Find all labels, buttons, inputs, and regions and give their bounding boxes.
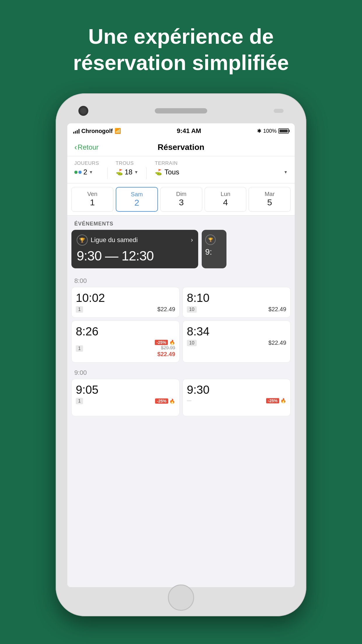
date-day: Mar xyxy=(265,191,275,197)
terrain-value: Tous xyxy=(164,168,179,176)
date-day: Ven xyxy=(87,191,97,197)
battery-icon xyxy=(278,128,289,134)
hero-section: Une expérience de réservation simplifiée xyxy=(0,0,362,93)
home-button[interactable] xyxy=(168,584,194,611)
filter-separator-1 xyxy=(107,167,108,179)
joueurs-filter[interactable]: JOUEURS 2 ▼ xyxy=(74,160,99,176)
slot-time: 9:05 xyxy=(76,384,175,396)
discounted-price: $22.49 xyxy=(157,351,175,358)
date-item-mar[interactable]: Mar 5 xyxy=(249,187,291,212)
filter-separator-2 xyxy=(146,167,147,179)
discount-badge: -25% xyxy=(266,398,279,403)
trous-label: TROUS xyxy=(116,160,138,166)
phone-screen: Chronogolf 📶 9:41 AM ✱ 100% ‹ Retour Rés… xyxy=(67,123,295,587)
battery-percent: 100% xyxy=(263,128,277,134)
slots-grid-900: 9:05 1 -25% 🔥 9:30 -25 xyxy=(67,379,295,422)
slot-time: 9:30 xyxy=(187,384,286,396)
nav-bar: ‹ Retour Réservation xyxy=(67,139,295,156)
slot-1002[interactable]: 10:02 1 $22.49 xyxy=(71,287,180,318)
status-time: 9:41 AM xyxy=(177,127,201,135)
event-time-partial: 9: xyxy=(205,247,223,257)
terrain-label: TERRAIN xyxy=(155,160,288,166)
fire-icon: 🔥 xyxy=(169,398,175,404)
speaker xyxy=(155,108,207,113)
date-day: Sam xyxy=(131,191,143,198)
discount-badge: -25% xyxy=(155,340,168,345)
wifi-icon: 📶 xyxy=(115,128,121,134)
slot-price: $22.49 xyxy=(157,306,175,313)
filter-bar: JOUEURS 2 ▼ TROUS xyxy=(67,156,295,183)
date-num: 3 xyxy=(179,197,184,207)
fire-icon: 🔥 xyxy=(169,340,175,345)
slot-price: $22.49 xyxy=(268,340,286,346)
original-price: $29.99 xyxy=(161,345,175,351)
sensor xyxy=(274,109,284,113)
date-picker: Ven 1 Sam 2 Dim 3 Lun 4 Mar 5 xyxy=(67,183,295,216)
carrier-name: Chronogolf xyxy=(81,128,113,134)
date-item-dim[interactable]: Dim 3 xyxy=(160,187,202,212)
date-num: 5 xyxy=(267,197,272,207)
slot-num: 1 xyxy=(76,345,83,352)
hero-title: Une expérience de réservation simplifiée xyxy=(29,23,333,76)
event-chevron-icon: › xyxy=(191,236,193,244)
event-card-2[interactable]: 🏆 9: xyxy=(202,230,226,268)
slot-num xyxy=(187,400,191,401)
slot-826[interactable]: 8:26 1 -25% 🔥 $29.99 $22.49 xyxy=(71,321,180,363)
time-section-header-800: 8:00 xyxy=(67,274,295,287)
terrain-filter[interactable]: TERRAIN ⛳ Tous ▼ xyxy=(155,160,288,176)
trous-value: 18 xyxy=(125,168,133,176)
slot-num: 1 xyxy=(76,398,83,404)
events-section-header: ÉVÉNEMENTS xyxy=(67,216,295,230)
joueurs-value: 2 xyxy=(83,168,87,176)
player-dots xyxy=(74,171,82,174)
status-bar: Chronogolf 📶 9:41 AM ✱ 100% xyxy=(67,123,295,139)
discount-badge: -25% xyxy=(155,398,168,404)
date-item-sam[interactable]: Sam 2 xyxy=(116,187,158,212)
date-num: 2 xyxy=(134,198,139,208)
trous-golf-icon: ⛳ xyxy=(116,169,123,176)
bluetooth-icon: ✱ xyxy=(257,128,261,134)
date-day: Lun xyxy=(221,191,230,197)
slot-num: 1 xyxy=(76,306,83,313)
date-num: 1 xyxy=(90,197,95,207)
trophy-icon-2: 🏆 xyxy=(205,235,216,245)
trophy-icon: 🏆 xyxy=(77,235,88,246)
phone-shell: Chronogolf 📶 9:41 AM ✱ 100% ‹ Retour Rés… xyxy=(56,93,306,616)
event-card-1[interactable]: 🏆 Ligue du samedi › 9:30 — 12:30 xyxy=(71,230,198,268)
slot-810[interactable]: 8:10 10 $22.49 xyxy=(182,287,291,318)
slot-time: 8:10 xyxy=(187,292,286,304)
trous-filter[interactable]: TROUS ⛳ 18 ▼ xyxy=(116,160,138,176)
joueurs-label: JOUEURS xyxy=(74,160,99,166)
signal-icon xyxy=(73,128,80,134)
date-item-ven[interactable]: Ven 1 xyxy=(71,187,113,212)
events-row: 🏆 Ligue du samedi › 9:30 — 12:30 🏆 9: xyxy=(67,230,295,274)
joueurs-dropdown-icon: ▼ xyxy=(89,170,93,174)
back-label: Retour xyxy=(78,143,99,151)
trous-dropdown-icon: ▼ xyxy=(134,170,138,174)
slot-time: 10:02 xyxy=(76,292,175,304)
slot-930[interactable]: 9:30 -25% 🔥 xyxy=(182,379,291,416)
time-section-header-900: 9:00 xyxy=(67,365,295,379)
slot-905[interactable]: 9:05 1 -25% 🔥 xyxy=(71,379,180,416)
discount-info: -25% 🔥 $29.99 $22.49 xyxy=(155,340,175,358)
status-left: Chronogolf 📶 xyxy=(73,128,121,134)
status-right: ✱ 100% xyxy=(257,128,289,134)
slot-num: 10 xyxy=(187,306,197,313)
phone-top-bezel xyxy=(64,102,298,123)
slot-834[interactable]: 8:34 10 $22.49 xyxy=(182,321,291,363)
date-num: 4 xyxy=(223,197,228,207)
slots-grid-800: 10:02 1 $22.49 8:10 10 $22.49 8: xyxy=(67,287,295,365)
event-name-1: Ligue du samedi xyxy=(91,236,138,244)
date-item-lun[interactable]: Lun 4 xyxy=(205,187,247,212)
terrain-dropdown-icon: ▼ xyxy=(284,170,288,174)
page-title: Réservation xyxy=(158,143,204,152)
scroll-content[interactable]: ÉVÉNEMENTS 🏆 Ligue du samedi › 9:30 — 12… xyxy=(67,216,295,587)
slot-num: 10 xyxy=(187,340,197,346)
fire-icon: 🔥 xyxy=(280,398,286,403)
event-time-range-1: 9:30 — 12:30 xyxy=(77,248,193,264)
back-chevron-icon: ‹ xyxy=(74,143,77,152)
slot-time: 8:34 xyxy=(187,326,286,337)
back-button[interactable]: ‹ Retour xyxy=(74,143,99,152)
date-day: Dim xyxy=(176,191,187,197)
slot-price: $22.49 xyxy=(268,306,286,313)
